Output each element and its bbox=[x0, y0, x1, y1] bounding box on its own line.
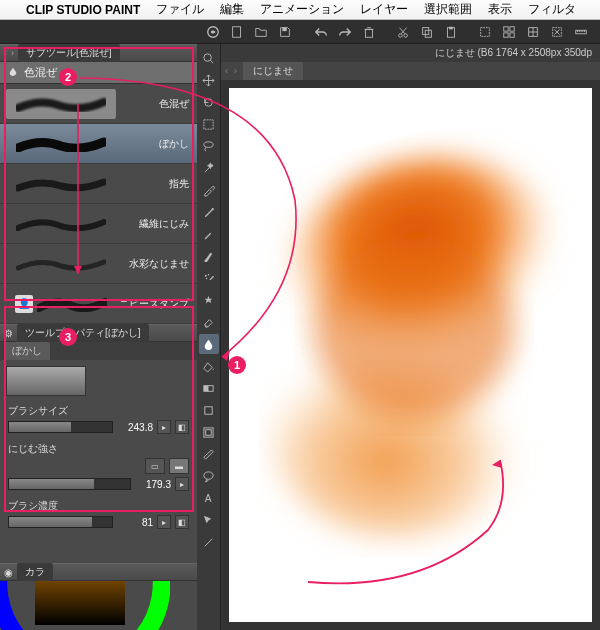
gradient-icon[interactable] bbox=[199, 378, 219, 398]
airbrush-icon[interactable] bbox=[199, 268, 219, 288]
subtool-item-iromaze[interactable]: 色混ぜ bbox=[0, 84, 197, 124]
left-panel-column: ‹ › サブツール[色混ぜ] 色混ぜ 色混ぜ ぼかし 指先 繊維にじみ bbox=[0, 44, 197, 630]
ruler2-icon[interactable] bbox=[199, 444, 219, 464]
chevron-left-icon[interactable]: ‹ bbox=[4, 48, 7, 58]
toolprop-panel-header[interactable]: ⚙ ツールプロパティ[ぼかし] bbox=[0, 324, 197, 342]
canvas-tabbar: にじませ (B6 1764 x 2508px 350dp bbox=[221, 44, 600, 62]
chevron-right-icon[interactable]: › bbox=[234, 66, 237, 76]
eyedropper-icon[interactable] bbox=[199, 180, 219, 200]
menu-layer[interactable]: レイヤー bbox=[360, 1, 408, 18]
menu-animation[interactable]: アニメーション bbox=[260, 1, 344, 18]
rotate-icon[interactable] bbox=[199, 92, 219, 112]
select-icon[interactable] bbox=[475, 22, 495, 42]
decoration-icon[interactable] bbox=[199, 290, 219, 310]
svg-point-35 bbox=[314, 238, 514, 418]
svg-rect-21 bbox=[204, 119, 213, 128]
subtool-selector-label: 色混ぜ bbox=[24, 65, 57, 80]
color-wheel[interactable] bbox=[0, 581, 170, 630]
blur-strength-slider[interactable] bbox=[8, 478, 131, 490]
move-icon[interactable] bbox=[199, 70, 219, 90]
grid2-icon[interactable] bbox=[523, 22, 543, 42]
svg-point-4 bbox=[399, 33, 403, 37]
menu-view[interactable]: 表示 bbox=[488, 1, 512, 18]
svg-rect-14 bbox=[510, 32, 514, 36]
copy-icon[interactable] bbox=[417, 22, 437, 42]
delete-icon[interactable] bbox=[359, 22, 379, 42]
svg-rect-1 bbox=[233, 26, 241, 37]
mode-btn-2[interactable]: ▬ bbox=[169, 458, 189, 474]
brush-size-slider[interactable] bbox=[8, 421, 113, 433]
document-tab[interactable]: にじませ bbox=[243, 62, 303, 80]
zoom-icon[interactable] bbox=[199, 48, 219, 68]
shape-icon[interactable] bbox=[199, 400, 219, 420]
blend-tool-icon[interactable] bbox=[199, 334, 219, 354]
svg-text:A: A bbox=[205, 493, 212, 504]
wand-icon[interactable] bbox=[199, 158, 219, 178]
lasso-icon[interactable] bbox=[199, 136, 219, 156]
text-icon[interactable]: A bbox=[199, 488, 219, 508]
svg-point-22 bbox=[204, 141, 213, 147]
mode-btn-1[interactable]: ▭ bbox=[145, 458, 165, 474]
subtool-selector[interactable]: 色混ぜ bbox=[0, 62, 197, 84]
document-info: にじませ (B6 1764 x 2508px 350dp bbox=[435, 46, 596, 60]
chevron-right-icon[interactable]: › bbox=[11, 48, 14, 58]
new-icon[interactable] bbox=[227, 22, 247, 42]
open-icon[interactable] bbox=[251, 22, 271, 42]
deselect-icon[interactable] bbox=[547, 22, 567, 42]
clip-icon[interactable] bbox=[203, 22, 223, 42]
menu-filter[interactable]: フィルタ bbox=[528, 1, 576, 18]
transform-icon[interactable] bbox=[199, 510, 219, 530]
svg-point-23 bbox=[205, 274, 207, 276]
toolprop-tab[interactable]: ぼかし bbox=[4, 342, 50, 360]
pen-icon[interactable] bbox=[199, 202, 219, 222]
subtool-item-yubisaki[interactable]: 指先 bbox=[0, 164, 197, 204]
tool-property-panel: ぼかし ブラシサイズ 243.8 ▸ ◧ にじむ強さ ▭ ▬ bbox=[0, 342, 197, 563]
brush-density-slider[interactable] bbox=[8, 516, 113, 528]
subtool-item-bokashi[interactable]: ぼかし bbox=[0, 124, 197, 164]
stepper-icon[interactable]: ▸ bbox=[175, 477, 189, 491]
line-icon[interactable] bbox=[199, 532, 219, 552]
grid-icon[interactable] bbox=[499, 22, 519, 42]
fill-icon[interactable] bbox=[199, 356, 219, 376]
ruler-icon[interactable] bbox=[571, 22, 591, 42]
menu-edit[interactable]: 編集 bbox=[220, 1, 244, 18]
gear-icon[interactable]: ⚙ bbox=[4, 328, 13, 339]
redo-icon[interactable] bbox=[335, 22, 355, 42]
svg-rect-13 bbox=[504, 32, 508, 36]
balloon-icon[interactable] bbox=[199, 466, 219, 486]
svg-point-25 bbox=[206, 277, 207, 278]
link-icon[interactable]: ◧ bbox=[175, 420, 189, 434]
color-panel-header[interactable]: ◉ カラ bbox=[0, 563, 197, 581]
subtool-item-stamp[interactable]: 👤 ニピースタンプ bbox=[0, 284, 197, 324]
subtool-item-suisai[interactable]: 水彩なじませ bbox=[0, 244, 197, 284]
paste-icon[interactable] bbox=[441, 22, 461, 42]
menu-selection[interactable]: 選択範囲 bbox=[424, 1, 472, 18]
save-icon[interactable] bbox=[275, 22, 295, 42]
marquee-icon[interactable] bbox=[199, 114, 219, 134]
prop-brush-size: ブラシサイズ 243.8 ▸ ◧ bbox=[0, 400, 197, 438]
undo-icon[interactable] bbox=[311, 22, 331, 42]
painted-artwork bbox=[259, 128, 569, 558]
svg-point-20 bbox=[204, 53, 211, 60]
svg-rect-19 bbox=[35, 581, 125, 625]
toolprop-panel-title: ツールプロパティ[ぼかし] bbox=[17, 324, 149, 342]
subtool-panel-header[interactable]: ‹ › サブツール[色混ぜ] bbox=[0, 44, 197, 62]
chevron-left-icon[interactable]: ‹ bbox=[225, 66, 228, 76]
droplet-icon bbox=[8, 67, 18, 79]
subtool-item-seninijimi[interactable]: 繊維にじみ bbox=[0, 204, 197, 244]
eraser-icon[interactable] bbox=[199, 312, 219, 332]
prop-blur-strength: にじむ強さ ▭ ▬ 179.3 ▸ bbox=[0, 438, 197, 495]
pencil-icon[interactable] bbox=[199, 224, 219, 244]
svg-rect-12 bbox=[510, 26, 514, 30]
svg-point-24 bbox=[208, 274, 209, 275]
brush-icon[interactable] bbox=[199, 246, 219, 266]
menu-file[interactable]: ファイル bbox=[156, 1, 204, 18]
frame-icon[interactable] bbox=[199, 422, 219, 442]
canvas[interactable] bbox=[229, 88, 592, 622]
macos-menubar: CLIP STUDIO PAINT ファイル 編集 アニメーション レイヤー 選… bbox=[0, 0, 600, 20]
link-icon[interactable]: ◧ bbox=[175, 515, 189, 529]
cut-icon[interactable] bbox=[393, 22, 413, 42]
subtool-list: 色混ぜ ぼかし 指先 繊維にじみ 水彩なじませ 👤 ニピースタンプ bbox=[0, 84, 197, 324]
stepper-icon[interactable]: ▸ bbox=[157, 515, 171, 529]
stepper-icon[interactable]: ▸ bbox=[157, 420, 171, 434]
